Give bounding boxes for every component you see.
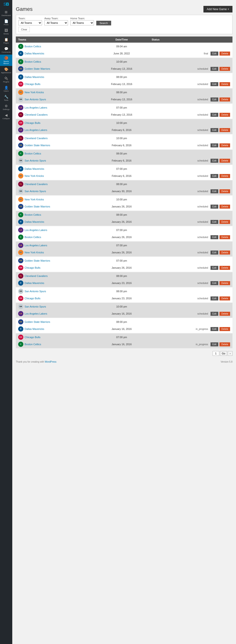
- edit-button[interactable]: Edit: [210, 327, 218, 331]
- edit-button[interactable]: Edit: [210, 52, 218, 56]
- away-team-filter-select[interactable]: All Teams: [44, 20, 68, 26]
- home-team-name: Chicago Bulls: [25, 266, 40, 269]
- sidebar-item-collapse[interactable]: ◀ Collapse: [0, 112, 12, 121]
- home-team-row: SA San Antonio Spurs February 6, 2016 sc…: [16, 157, 232, 164]
- time-cell: 10:00 pm: [94, 119, 149, 127]
- delete-button[interactable]: Delete: [219, 52, 230, 56]
- home-team-logo: D: [18, 326, 23, 332]
- edit-button[interactable]: Edit: [210, 98, 218, 102]
- away-team-cell: D Dallas Mavericks: [18, 74, 91, 80]
- edit-button[interactable]: Edit: [210, 312, 218, 316]
- delete-button[interactable]: Delete: [219, 235, 230, 239]
- sidebar-item-pages[interactable]: 📋 Pages: [0, 36, 12, 46]
- home-team-name: San Antonio Spurs: [25, 98, 46, 101]
- edit-button[interactable]: Edit: [210, 67, 218, 71]
- delete-button[interactable]: Delete: [219, 82, 230, 86]
- away-team-logo: LA: [18, 243, 23, 248]
- edit-button[interactable]: Edit: [210, 296, 218, 300]
- away-team-name: Boston Celtics: [25, 60, 41, 63]
- away-team-cell: CL Cleveland Cavaliers: [18, 136, 91, 141]
- home-team-name: Chicago Bulls: [25, 83, 40, 86]
- edit-button[interactable]: Edit: [210, 204, 218, 208]
- away-team-logo: D: [18, 166, 23, 172]
- delete-button[interactable]: Delete: [219, 189, 230, 193]
- team-row: CL Cleveland Cavaliers 10:00 pm: [16, 134, 232, 142]
- delete-button[interactable]: Delete: [219, 159, 230, 163]
- delete-button[interactable]: Delete: [219, 312, 230, 316]
- away-team-cell: SA San Antonio Spurs: [18, 289, 91, 294]
- status-cell: in_progress Edit Delete: [152, 327, 230, 331]
- delete-button[interactable]: Delete: [219, 327, 230, 331]
- footer-wordpress-link[interactable]: WordPress: [45, 360, 56, 363]
- delete-button[interactable]: Delete: [219, 113, 230, 117]
- edit-button[interactable]: Edit: [210, 266, 218, 270]
- status-spacer: [149, 88, 232, 96]
- edit-button[interactable]: Edit: [210, 220, 218, 224]
- search-button[interactable]: Search: [96, 21, 111, 26]
- status-cell: scheduled Edit Delete: [152, 144, 230, 148]
- footer: Thank you for creating with WordPress Ve…: [16, 360, 232, 363]
- delete-button[interactable]: Delete: [219, 98, 230, 102]
- time-cell: 07:00 pm: [94, 257, 149, 264]
- home-team-cell: LA Los Angeles Lakers: [18, 128, 91, 132]
- pagination-go-button[interactable]: Go: [220, 351, 227, 356]
- home-team-cell: SA San Antonio Spurs: [18, 158, 91, 163]
- date-cell: January 26, 2016: [94, 218, 149, 226]
- clear-button[interactable]: Clear: [18, 27, 30, 32]
- sidebar-item-settings[interactable]: ⚙ Settings: [0, 103, 12, 112]
- delete-button[interactable]: Delete: [219, 296, 230, 300]
- home-team-filter-select[interactable]: All Teams: [70, 20, 94, 26]
- edit-button[interactable]: Edit: [210, 82, 218, 86]
- status-badge: scheduled: [197, 266, 208, 269]
- time-cell: 08:00 pm: [94, 180, 149, 188]
- edit-button[interactable]: Edit: [210, 144, 218, 148]
- time-cell: 08:00 pm: [94, 150, 149, 157]
- home-team-logo: CL: [18, 112, 23, 117]
- status-cell: scheduled Edit Delete: [152, 113, 230, 117]
- delete-button[interactable]: Delete: [219, 67, 230, 71]
- delete-button[interactable]: Delete: [219, 266, 230, 270]
- delete-button[interactable]: Delete: [219, 250, 230, 254]
- sidebar-item-appearance[interactable]: 🎨 Appearance: [0, 66, 12, 75]
- sidebar-item-comments[interactable]: 💬 Comments: [0, 46, 12, 55]
- time-cell: 07:00 pm: [94, 104, 149, 112]
- status-spacer: [149, 180, 232, 188]
- edit-button[interactable]: Edit: [210, 235, 218, 239]
- sidebar-item-posts[interactable]: 📄 Posts: [0, 18, 12, 27]
- pagination-next-button[interactable]: ›: [228, 351, 232, 356]
- sidebar-item-sports-bench[interactable]: 🏀 Sports Bench: [0, 55, 12, 66]
- page-number-input[interactable]: 1: [213, 351, 219, 356]
- sidebar-item-media[interactable]: 🖼 Media: [0, 27, 12, 36]
- edit-button[interactable]: Edit: [210, 113, 218, 117]
- edit-button[interactable]: Edit: [210, 342, 218, 346]
- status-spacer: [149, 211, 232, 218]
- sidebar-item-dashboard[interactable]: ⊞ Dashboard: [0, 9, 12, 18]
- edit-button[interactable]: Edit: [210, 159, 218, 163]
- team-filter-select[interactable]: All Teams: [18, 20, 42, 26]
- sidebar-item-plugins[interactable]: 🔌 Plugins: [0, 75, 12, 84]
- delete-button[interactable]: Delete: [219, 174, 230, 178]
- edit-button[interactable]: Edit: [210, 281, 218, 285]
- home-team-cell: CH Chicago Bulls: [18, 82, 91, 87]
- edit-button[interactable]: Edit: [210, 189, 218, 193]
- home-team-logo: GS: [18, 66, 23, 71]
- away-team-cell: C Boston Celtics: [18, 212, 91, 217]
- delete-button[interactable]: Delete: [219, 128, 230, 132]
- edit-button[interactable]: Edit: [210, 250, 218, 254]
- time-cell: 07:00 pm: [94, 165, 149, 172]
- delete-button[interactable]: Delete: [219, 342, 230, 346]
- status-cell: scheduled Edit Delete: [152, 281, 230, 285]
- sidebar: SB ⊞ Dashboard 📄 Posts 🖼 Media 📋 Pages 💬…: [0, 0, 12, 644]
- sidebar-item-users[interactable]: 👤 Users: [0, 84, 12, 94]
- delete-button[interactable]: Delete: [219, 220, 230, 224]
- away-team-name: Boston Celtics: [25, 45, 41, 48]
- sidebar-item-tools[interactable]: 🔧 Tools: [0, 94, 12, 103]
- edit-button[interactable]: Edit: [210, 128, 218, 132]
- logo-text: SB: [3, 2, 9, 7]
- delete-button[interactable]: Delete: [219, 144, 230, 148]
- away-team-filter-group: Away Team: All Teams: [44, 17, 68, 26]
- delete-button[interactable]: Delete: [219, 204, 230, 208]
- add-game-button[interactable]: Add New Game +: [203, 6, 232, 12]
- delete-button[interactable]: Delete: [219, 281, 230, 285]
- edit-button[interactable]: Edit: [210, 174, 218, 178]
